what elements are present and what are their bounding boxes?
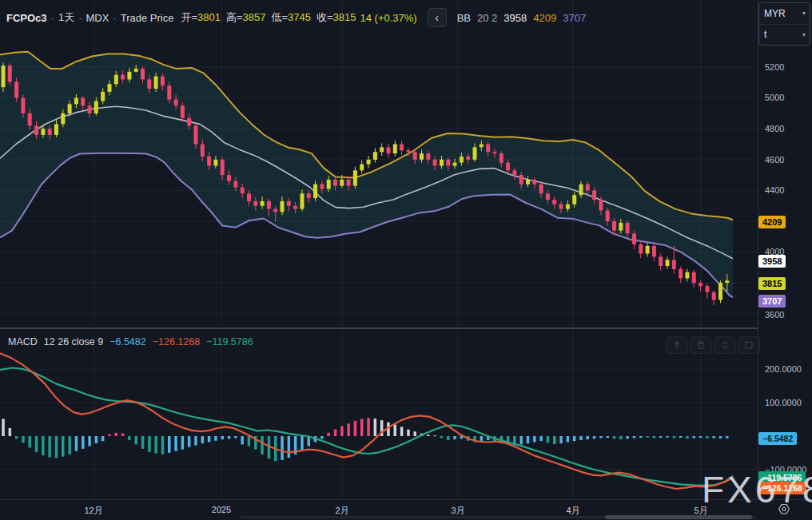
macd-histogram-bar	[281, 436, 284, 460]
candle-body	[659, 256, 663, 266]
macd-histogram-bar	[68, 436, 71, 455]
macd-histogram-bar	[214, 436, 217, 441]
candle-body	[194, 125, 198, 144]
candle-body	[347, 180, 351, 186]
macd-histogram-bar	[320, 436, 324, 439]
ohlc-value: 3801	[197, 11, 221, 23]
candle-body	[559, 204, 563, 209]
pane-separator[interactable]	[0, 327, 812, 329]
candle-body	[506, 163, 510, 171]
macd-histogram-bar	[533, 436, 536, 443]
macd-histogram-bar	[480, 436, 484, 441]
pane-collapse-button[interactable]	[714, 336, 736, 354]
pane-maximize-button[interactable]	[738, 336, 760, 354]
time-axis-settings-button[interactable]	[776, 502, 792, 518]
macd-histogram	[2, 418, 728, 461]
candle-body	[453, 163, 457, 166]
macd-histogram-bar	[712, 436, 715, 439]
macd-histogram-bar	[599, 436, 603, 439]
macd-histogram-bar	[221, 436, 225, 439]
candle-body	[572, 195, 576, 204]
candle-body	[632, 233, 636, 244]
macd-histogram-bar	[75, 436, 78, 451]
candle-body	[592, 190, 596, 200]
macd-line	[0, 353, 733, 489]
macd-value: −6.5482	[109, 336, 146, 347]
bb-name: BB	[457, 12, 471, 24]
candle-body	[301, 193, 304, 208]
time-axis-label: 2月	[335, 505, 348, 517]
macd-histogram-bar	[367, 418, 370, 436]
macd-histogram-bar	[288, 436, 291, 458]
candle-body	[181, 105, 185, 117]
bb-value: 3707	[563, 12, 586, 24]
macd-pane-buttons	[666, 336, 760, 354]
macd-histogram-bar	[559, 436, 563, 443]
ohlc-item: 低=3745	[271, 10, 311, 25]
candle-body	[480, 145, 484, 148]
candle-body	[586, 185, 590, 191]
candle-body	[579, 185, 583, 196]
pane-delete-button[interactable]	[690, 336, 712, 354]
candle-body	[247, 193, 251, 201]
ohlc-value: 3745	[288, 11, 311, 23]
macd-value: −119.5786	[206, 336, 253, 347]
candle-body	[68, 104, 72, 113]
trash-icon	[696, 340, 706, 350]
currency-dropdown[interactable]: MYR ▾	[759, 3, 810, 25]
macd-histogram-bar	[626, 436, 629, 439]
macd-histogram-bar	[519, 436, 523, 444]
currency-value: MYR	[764, 8, 786, 19]
macd-histogram-bar	[579, 436, 583, 440]
candle-body	[281, 201, 285, 212]
macd-histogram-bar	[261, 436, 264, 455]
unit-dropdown[interactable]: t ▾	[759, 25, 810, 46]
candle-body	[626, 223, 630, 234]
macd-legend: MACD 12 26 close 9 −6.5482−126.1268−119.…	[8, 336, 253, 347]
price-axis-label: 4400	[765, 185, 784, 195]
macd-histogram-bar	[347, 423, 350, 436]
macd-histogram-bar	[587, 436, 590, 439]
candle-body	[679, 269, 683, 279]
ohlc-item: 高=3857	[226, 10, 266, 25]
candle-body	[433, 160, 437, 166]
candle-body	[21, 98, 25, 113]
candle-body	[101, 92, 105, 101]
price-axis-label: 4800	[765, 124, 784, 133]
bb-value: 3958	[504, 12, 527, 24]
candle-body	[406, 150, 410, 152]
candle-body	[512, 170, 516, 175]
pane-move-up-button[interactable]	[666, 336, 688, 354]
collapse-icon	[720, 340, 730, 350]
candle-body	[712, 292, 716, 300]
time-axis-label: 4月	[566, 505, 579, 517]
candle-body	[705, 286, 709, 292]
macd-histogram-bar	[301, 436, 304, 451]
candle-body	[167, 85, 171, 99]
series-type-label: Trade Price	[121, 12, 174, 24]
axis-unit-selector: MYR ▾ t ▾	[758, 2, 810, 46]
macd-histogram-bar	[686, 436, 689, 439]
horizontal-scrollbar-thumb[interactable]	[605, 515, 752, 519]
macd-histogram-bar	[427, 435, 430, 436]
candle-body	[692, 272, 696, 284]
legend-collapse-button[interactable]: ‹	[428, 8, 447, 27]
candle-body	[666, 260, 670, 266]
candle-body	[400, 145, 404, 151]
macd-histogram-bar	[706, 436, 709, 439]
candle-body	[646, 246, 650, 254]
macd-histogram-bar	[15, 436, 18, 439]
macd-histogram-bar	[567, 436, 570, 443]
macd-name: MACD	[8, 336, 38, 347]
macd-histogram-bar	[633, 436, 636, 439]
macd-histogram-bar	[248, 436, 251, 447]
macd-histogram-bar	[607, 436, 610, 438]
candle-body	[699, 283, 703, 286]
macd-params: 12 26 close 9	[44, 336, 103, 347]
candle-body	[134, 69, 138, 72]
candle-body	[161, 77, 165, 86]
macd-histogram-bar	[188, 436, 191, 447]
macd-histogram-bar	[135, 436, 138, 444]
chart-canvas[interactable]	[0, 0, 812, 520]
macd-histogram-bar	[340, 427, 344, 437]
